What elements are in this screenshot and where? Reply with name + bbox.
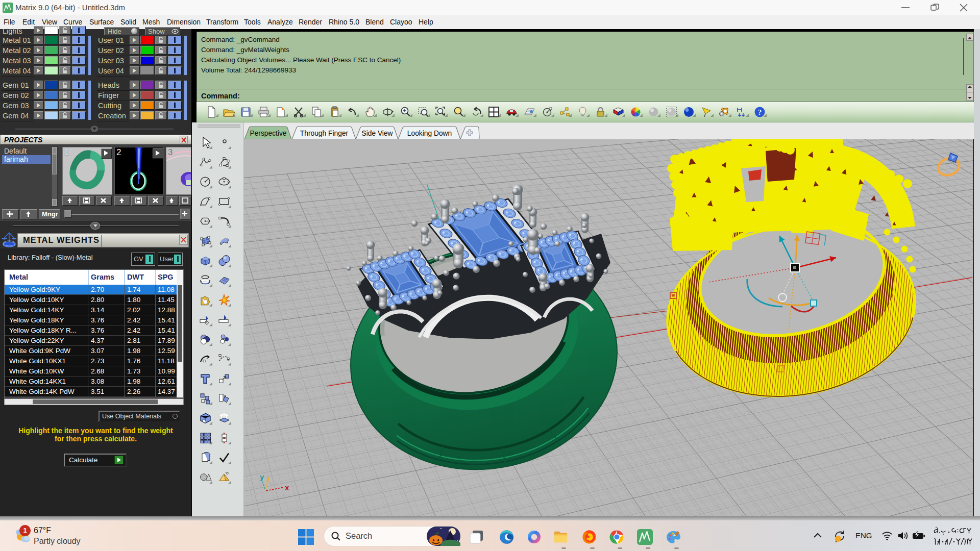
svg-text:z: z bbox=[266, 474, 271, 483]
svg-text:Side View: Side View bbox=[361, 130, 393, 137]
svg-text:Through Finger: Through Finger bbox=[300, 130, 349, 137]
svg-text:Looking Down: Looking Down bbox=[407, 130, 452, 137]
svg-text:Perspective: Perspective bbox=[250, 130, 286, 137]
svg-text:y: y bbox=[260, 472, 264, 481]
svg-text:?: ? bbox=[758, 108, 762, 116]
svg-text:x: x bbox=[285, 483, 289, 492]
